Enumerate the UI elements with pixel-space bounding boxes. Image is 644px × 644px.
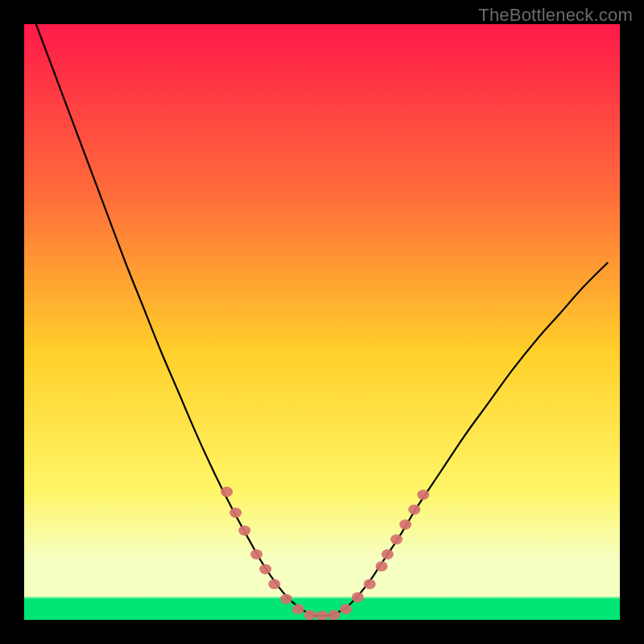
curve-marker (304, 610, 316, 620)
curve-marker (280, 594, 292, 605)
curve-marker (340, 604, 352, 614)
plot-area (24, 24, 620, 620)
marker-group (221, 487, 429, 620)
curve-marker (268, 579, 280, 589)
chart-svg (24, 24, 620, 620)
curve-marker (221, 487, 233, 497)
curve-marker (390, 535, 402, 545)
curve-marker (316, 610, 328, 620)
bottleneck-curve (36, 24, 608, 616)
curve-marker (250, 549, 262, 559)
curve-marker (238, 526, 250, 536)
chart-frame: TheBottleneck.com (0, 0, 644, 644)
watermark-text: TheBottleneck.com (478, 5, 633, 26)
curve-marker (376, 561, 388, 572)
curve-marker (399, 519, 411, 530)
curve-marker (259, 564, 271, 575)
curve-marker (229, 507, 242, 518)
curve-marker (382, 549, 394, 559)
curve-marker (408, 505, 420, 515)
curve-marker (328, 610, 340, 620)
curve-marker (292, 604, 304, 614)
curve-marker (417, 489, 429, 500)
curve-marker (352, 592, 364, 603)
curve-marker (364, 579, 376, 589)
